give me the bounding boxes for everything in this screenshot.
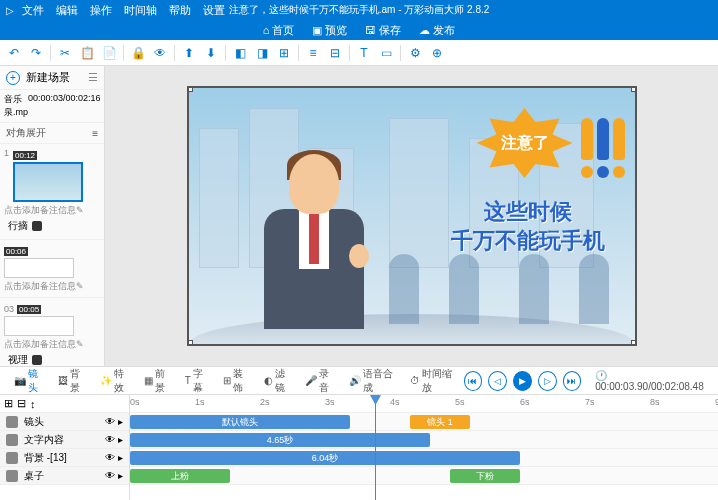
menu-edit[interactable]: 编辑: [56, 3, 78, 18]
tool-icon[interactable]: ✂: [57, 45, 73, 61]
next-button[interactable]: ⏭: [563, 371, 582, 391]
track-label[interactable]: 文字内容👁 ▸: [0, 431, 129, 449]
tab-timescale[interactable]: ⏱时间缩放: [404, 364, 462, 398]
scene-thumbnail[interactable]: [4, 258, 74, 278]
timeline-track[interactable]: 上粉下粉: [130, 467, 718, 485]
toolbar: ↶ ↷ ✂ 📋 📄 🔒 👁 ⬆ ⬇ ◧ ◨ ⊞ ≡ ⊟ T ▭ ⚙ ⊕: [0, 40, 718, 66]
tab-tts[interactable]: 🔊语音合成: [343, 364, 402, 398]
menu-action[interactable]: 操作: [90, 3, 112, 18]
bottom-tabs: 📷镜头 🖼背景 ✨特效 ▦前景 T字幕 ⊞装饰 ◐滤镜 🎤录音 🔊语音合成 ⏱时…: [0, 366, 718, 394]
tool-icon[interactable]: ⬇: [203, 45, 219, 61]
publish-button[interactable]: ☁发布: [419, 23, 455, 38]
audio-time: 00:00:03/00:02:16: [28, 93, 101, 119]
add-scene-icon[interactable]: +: [6, 71, 20, 85]
scene-thumbnail[interactable]: [13, 162, 83, 202]
tool-icon[interactable]: 📋: [79, 45, 95, 61]
scene-duration: 00:12: [13, 151, 37, 160]
tool-icon[interactable]: ◧: [232, 45, 248, 61]
timeline-track[interactable]: 4.65秒: [130, 431, 718, 449]
prev-button[interactable]: ⏮: [464, 371, 483, 391]
tab-foreground[interactable]: ▦前景: [138, 364, 177, 398]
timeline-clip[interactable]: 镜头 1: [410, 415, 470, 429]
time-display: 🕐 00:00:03.90/00:02:08.48: [595, 370, 710, 392]
timeline-track[interactable]: 默认镜头镜头 1: [130, 413, 718, 431]
scene-sidebar: + 新建场景 ☰ 音乐泉.mp 00:00:03/00:02:16 对角展开 ≡…: [0, 66, 105, 366]
home-button[interactable]: ⌂首页: [263, 23, 295, 38]
tool-icon[interactable]: ≡: [305, 45, 321, 61]
step-back-button[interactable]: ◁: [488, 371, 507, 391]
timeline-clip[interactable]: 下粉: [450, 469, 520, 483]
canvas-area: 注意了 这些时候 千万不能玩手机: [105, 66, 718, 366]
timeline: ⊞ ⊟ ↕ 镜头👁 ▸ 文字内容👁 ▸ 背景 -[13]👁 ▸ 桌子👁 ▸ 0s…: [0, 394, 718, 500]
tool-icon[interactable]: 📄: [101, 45, 117, 61]
tl-tool-icon[interactable]: ⊟: [17, 397, 26, 410]
timeline-clip[interactable]: 上粉: [130, 469, 230, 483]
badge[interactable]: 注意了: [475, 108, 575, 178]
scene-item[interactable]: 00:06 点击添加备注信息✎: [0, 240, 104, 298]
tool-icon[interactable]: ⊟: [327, 45, 343, 61]
step-fwd-button[interactable]: ▷: [538, 371, 557, 391]
tool-icon[interactable]: ⊞: [276, 45, 292, 61]
scene-note[interactable]: 点击添加备注信息✎: [4, 338, 100, 351]
play-button[interactable]: ▶: [513, 371, 532, 391]
scene-note[interactable]: 点击添加备注信息✎: [4, 204, 100, 217]
tool-icon[interactable]: ⊕: [429, 45, 445, 61]
timeline-track[interactable]: 6.04秒: [130, 449, 718, 467]
canvas[interactable]: 注意了 这些时候 千万不能玩手机: [187, 86, 637, 346]
tab-camera[interactable]: 📷镜头: [8, 364, 50, 398]
scene-duration: 00:05: [17, 305, 41, 314]
timeline-clip[interactable]: 默认镜头: [130, 415, 350, 429]
track-label[interactable]: 镜头👁 ▸: [0, 413, 129, 431]
character[interactable]: [249, 144, 389, 344]
menu-help[interactable]: 帮助: [169, 3, 191, 18]
timeline-clip[interactable]: 6.04秒: [130, 451, 520, 465]
tab-effects[interactable]: ✨特效: [94, 364, 136, 398]
scene-number: 03: [4, 304, 14, 314]
redo-icon[interactable]: ↷: [28, 45, 44, 61]
tab-filter[interactable]: ◐滤镜: [258, 364, 297, 398]
scene-item[interactable]: 1 00:12 点击添加备注信息✎ 行摘: [0, 144, 104, 240]
track-label[interactable]: 背景 -[13]👁 ▸: [0, 449, 129, 467]
timeline-ruler[interactable]: 0s1s2s3s4s5s6s7s8s9s: [130, 395, 718, 413]
tl-tool-icon[interactable]: ⊞: [4, 397, 13, 410]
list-icon[interactable]: ☰: [88, 71, 98, 84]
play-icon[interactable]: [32, 221, 42, 231]
scene-duration: 00:06: [4, 247, 28, 256]
undo-icon[interactable]: ↶: [6, 45, 22, 61]
exclamation-icon[interactable]: [581, 118, 625, 178]
scene-action[interactable]: 行摘: [8, 219, 28, 233]
tool-icon[interactable]: ▭: [378, 45, 394, 61]
scene-number: 1: [4, 148, 9, 158]
menu-file[interactable]: 文件: [22, 3, 44, 18]
tool-icon[interactable]: ⬆: [181, 45, 197, 61]
titlebar: ▷ 文件 编辑 操作 时间轴 帮助 设置 注意了，这些时候千万不能玩手机.am …: [0, 0, 718, 40]
tool-icon[interactable]: 🔒: [130, 45, 146, 61]
chevron-icon[interactable]: ≡: [92, 128, 98, 139]
window-title: 注意了，这些时候千万不能玩手机.am - 万彩动画大师 2.8.2: [229, 3, 490, 17]
tool-icon[interactable]: 👁: [152, 45, 168, 61]
menu-timeline[interactable]: 时间轴: [124, 3, 157, 18]
timeline-clip[interactable]: 4.65秒: [130, 433, 430, 447]
headline-text[interactable]: 这些时候 千万不能玩手机: [451, 198, 605, 255]
preview-button[interactable]: ▣预览: [312, 23, 347, 38]
playhead[interactable]: [375, 395, 376, 500]
tool-icon[interactable]: T: [356, 45, 372, 61]
new-scene-label[interactable]: 新建场景: [26, 70, 70, 85]
tool-icon[interactable]: ⚙: [407, 45, 423, 61]
audio-name[interactable]: 音乐泉.mp: [4, 93, 28, 119]
track-label[interactable]: 桌子👁 ▸: [0, 467, 129, 485]
tl-tool-icon[interactable]: ↕: [30, 398, 36, 410]
tab-subtitle[interactable]: T字幕: [179, 364, 216, 398]
menu-settings[interactable]: 设置: [203, 3, 225, 18]
tab-record[interactable]: 🎤录音: [299, 364, 341, 398]
scene-thumbnail[interactable]: [4, 316, 74, 336]
scene-item[interactable]: 03 00:05 点击添加备注信息✎ 视理: [0, 298, 104, 366]
tool-icon[interactable]: ◨: [254, 45, 270, 61]
scene-note[interactable]: 点击添加备注信息✎: [4, 280, 100, 293]
save-button[interactable]: 🖫保存: [365, 23, 401, 38]
back-arrow-icon[interactable]: ▷: [6, 5, 14, 16]
main-menu: 文件 编辑 操作 时间轴 帮助 设置: [22, 3, 225, 18]
tab-decor[interactable]: ⊞装饰: [217, 364, 255, 398]
align-label[interactable]: 对角展开: [6, 126, 46, 140]
tab-background[interactable]: 🖼背景: [52, 364, 92, 398]
